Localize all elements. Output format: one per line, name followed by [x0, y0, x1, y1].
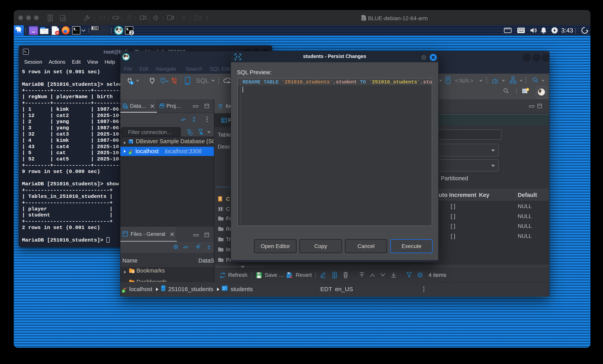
svg-text:$_: $_ — [73, 27, 78, 31]
svg-text:$_: $_ — [126, 27, 130, 31]
svg-text:2: 2 — [130, 30, 133, 35]
